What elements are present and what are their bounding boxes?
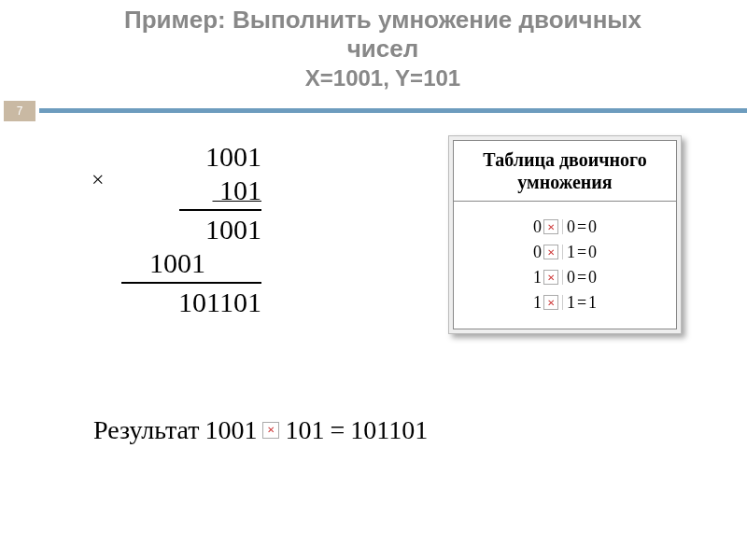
title-line-1: Пример: Выполнить умножение двоичных [56, 6, 710, 35]
cell-b: 1 [567, 290, 575, 315]
operand-1: 1001 [93, 140, 261, 174]
partial-1: 1001 [93, 213, 261, 246]
table-row: 0 0 = 0 [463, 215, 667, 240]
table-inner: Таблица двоичного умножения 0 0 = 0 0 1 … [453, 140, 677, 329]
page-number-badge: 7 [4, 101, 35, 121]
title-line-3: X=1001, Y=101 [56, 63, 710, 92]
table-row: 1 0 = 0 [463, 265, 667, 290]
partial-2: 1001 [93, 246, 261, 280]
table-body: 0 0 = 0 0 1 = 0 1 0 = [454, 202, 676, 329]
cell-a: 1 [533, 290, 542, 315]
cell-r: 0 [588, 240, 597, 265]
cell-r: 1 [588, 290, 597, 315]
multiply-sign-icon: × [92, 166, 105, 193]
table-title: Таблица двоичного умножения [454, 141, 676, 202]
eq: = [577, 265, 586, 290]
cell-a: 1 [533, 265, 542, 290]
result-line: Результат 1001 101 = 101101 [93, 415, 428, 445]
content-area: × 1001 101 1001 1001 101101 Таблица двои… [0, 121, 747, 541]
sep-icon [562, 295, 563, 310]
result-lhs2: 101 [285, 415, 324, 445]
sep-icon [562, 245, 563, 259]
table-row: 1 1 = 1 [463, 290, 667, 315]
table-row: 0 1 = 0 [463, 240, 667, 265]
eq: = [577, 240, 586, 265]
divider-line [39, 108, 747, 113]
result-rhs: 101101 [350, 415, 428, 445]
result-lhs1: 1001 [204, 415, 257, 445]
cell-a: 0 [533, 215, 542, 240]
slide-title: Пример: Выполнить умножение двоичных чис… [0, 0, 747, 99]
divider: 7 [0, 101, 747, 121]
result-label: Результат [93, 415, 199, 445]
sep-icon [562, 270, 563, 285]
title-line-2: чисел [56, 35, 710, 63]
eq: = [577, 290, 586, 315]
rule-1 [179, 209, 261, 211]
cell-b: 1 [567, 240, 575, 265]
title-rest: : Выполнить умножение двоичных [218, 6, 641, 34]
multiply-icon [543, 270, 558, 285]
rule-2 [121, 282, 261, 284]
long-multiplication: × 1001 101 1001 1001 101101 [93, 140, 261, 319]
multiply-icon [543, 245, 558, 259]
title-label: Пример [124, 6, 218, 34]
multiply-icon [543, 295, 558, 310]
cell-b: 0 [567, 215, 575, 240]
sep-icon [562, 219, 563, 234]
multiplication-result: 101101 [93, 286, 261, 319]
multiply-icon [262, 422, 279, 439]
cell-r: 0 [588, 215, 597, 240]
cell-b: 0 [567, 265, 575, 290]
result-eq: = [330, 415, 345, 445]
multiplication-table: Таблица двоичного умножения 0 0 = 0 0 1 … [448, 135, 682, 334]
cell-a: 0 [533, 240, 542, 265]
multiply-icon [543, 219, 558, 234]
operand-2: 101 [93, 174, 261, 207]
eq: = [577, 215, 586, 240]
cell-r: 0 [588, 265, 597, 290]
